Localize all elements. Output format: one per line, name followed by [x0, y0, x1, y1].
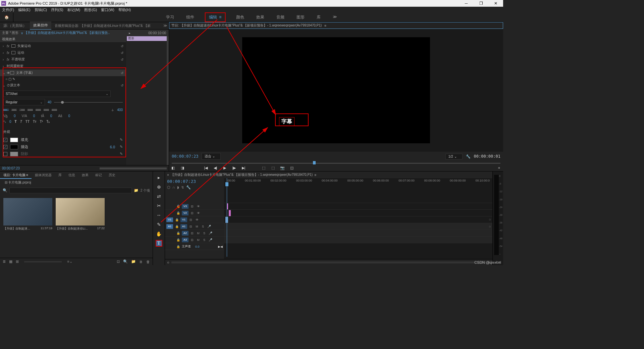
play-icon[interactable]: ▶ [222, 165, 227, 170]
hand-tool[interactable]: ✋ [156, 231, 162, 237]
ec-zoom-scrollbar[interactable] [100, 167, 167, 169]
small-caps[interactable]: Tт [33, 120, 37, 123]
comparison-icon[interactable]: ◫ [289, 165, 294, 170]
stroke-width[interactable]: 6.0 [110, 145, 115, 149]
tab-media-browser[interactable]: 媒体浏览器 [32, 171, 55, 179]
new-item-icon[interactable]: 🗎 [139, 260, 143, 264]
program-timecode[interactable]: 00:00:07:23 [172, 154, 198, 159]
type-tool[interactable]: T [156, 240, 162, 247]
playhead[interactable] [227, 178, 227, 257]
tab-info[interactable]: 信息 [65, 171, 78, 179]
add-button-icon[interactable]: + [496, 165, 502, 170]
step-fwd-icon[interactable]: |▶ [231, 165, 237, 170]
delete-icon[interactable]: 🗑 [146, 260, 150, 264]
wk-more[interactable]: ≫ [331, 12, 338, 22]
timeline-tracks[interactable]: ○ ○ [224, 190, 492, 259]
shadow-checkbox[interactable] [3, 152, 7, 156]
tab-project[interactable]: 项目: 卡片电脑 ≡ [0, 171, 32, 179]
fill-checkbox[interactable]: ✓ [3, 138, 7, 142]
font-weight-dropdown[interactable]: Regular⌄ [3, 99, 45, 105]
lift-icon[interactable]: ⬚ [261, 165, 266, 170]
ec-row-remap[interactable]: ›时间重映射 [0, 63, 126, 69]
ec-row-opacity[interactable]: ›fx不透明度↺ [0, 56, 126, 63]
align-left[interactable] [3, 107, 9, 112]
tab-audio-mixer[interactable]: 音频剪辑混合器: 【升级】自制超迷你Linux卡片电脑"Plus"& 【新 [51, 22, 154, 30]
track-a3-header[interactable]: 🔒A3⊟MS🎤 [165, 237, 224, 243]
leading[interactable]: 0 [50, 114, 52, 118]
thumb-size-slider[interactable] [24, 261, 62, 262]
panel-close[interactable]: ≫ [163, 23, 167, 28]
clip[interactable] [229, 210, 231, 216]
maximize-button[interactable]: ❐ [474, 0, 488, 7]
menu-edit[interactable]: 编辑(E) [18, 7, 31, 12]
ripple-tool[interactable]: ⇄ [156, 193, 162, 200]
subtitle-text[interactable]: 字幕 [279, 117, 294, 126]
find-icon[interactable]: 🔍 [123, 259, 128, 264]
track-v2-header[interactable]: 🔒V2⊟👁 [165, 210, 224, 216]
icon-view-icon[interactable]: ▦ [9, 259, 12, 264]
align-justify-all[interactable] [52, 107, 57, 112]
linked-sel-icon[interactable]: ∩ [172, 185, 175, 190]
tracking2[interactable]: 0 [33, 114, 35, 118]
extract-icon[interactable]: ⬚ [270, 165, 276, 170]
wk-color[interactable]: 颜色 [235, 12, 246, 22]
tracking[interactable]: 0 [14, 114, 16, 118]
project-item[interactable]: 【升级】自制超迷你Li...17:22 [56, 198, 105, 231]
marker-icon[interactable]: ◗ [177, 185, 179, 190]
wk-editing[interactable]: 编辑 ≡ [205, 12, 226, 22]
automate-icon[interactable]: ⊡ [117, 259, 120, 264]
track-v1-header[interactable]: V1🔒V1⊟👁 [165, 216, 224, 223]
font-size[interactable]: 40 [48, 100, 51, 104]
shadow-eyedropper-icon[interactable]: ✎ [120, 152, 123, 156]
project-search[interactable] [9, 188, 132, 193]
shadow-color[interactable] [10, 152, 18, 156]
ec-row-text[interactable]: ⌄👁 文本 (字幕)↺ [0, 69, 126, 76]
zoom-fit-dropdown[interactable]: 适合 ⌄ [202, 153, 221, 160]
settings-icon[interactable]: 🔧 [466, 154, 471, 159]
tab-effects[interactable]: 效果 [78, 171, 92, 179]
fill-color[interactable] [10, 138, 18, 142]
stroke-checkbox[interactable]: ✓ [3, 145, 7, 149]
font-family-dropdown[interactable]: STXihei⌄ [3, 91, 111, 97]
faux-italic[interactable]: T [20, 120, 22, 123]
ec-row-source-text[interactable]: ⌄⏱ 源文本↺ [0, 82, 126, 89]
ec-row-transform[interactable]: ›fx运动↺ [0, 49, 126, 56]
new-bin-icon[interactable]: 📁 [131, 259, 136, 264]
program-monitor[interactable]: 字幕 [169, 29, 503, 152]
menu-graphics[interactable]: 图形(G) [84, 7, 97, 12]
project-item[interactable]: 【升级】自制超迷...11:37:19 [3, 198, 52, 231]
align-justify-last-right[interactable] [44, 107, 49, 112]
export-frame-icon[interactable]: 📷 [280, 165, 285, 170]
program-scrubber[interactable] [172, 161, 500, 164]
leading2[interactable]: 0 [68, 114, 70, 118]
freeform-view-icon[interactable]: ⊞ [16, 259, 19, 264]
menu-marker[interactable]: 标记(M) [67, 7, 80, 12]
align-right[interactable] [19, 107, 25, 112]
slip-tool[interactable]: ↔ [156, 212, 162, 218]
align-justify-last-left[interactable] [28, 107, 33, 112]
list-view-icon[interactable]: ≣ [3, 259, 6, 264]
ec-scrollbar[interactable] [167, 36, 169, 165]
wk-graphics[interactable]: 图形 [295, 12, 306, 22]
snap-icon[interactable]: ⬡ [167, 185, 170, 190]
all-caps[interactable]: TT [25, 120, 30, 123]
stroke-color[interactable] [10, 145, 18, 149]
tab-effect-controls[interactable]: 效果控件 [30, 21, 51, 30]
track-master-header[interactable]: 🔒主声道 0.0▶◀ [165, 243, 224, 250]
go-to-in-icon[interactable]: |◀ [203, 165, 209, 170]
home-button[interactable]: 🏠 [0, 13, 13, 22]
track-select-tool[interactable]: ⊕ [156, 184, 162, 190]
wk-libraries[interactable]: 库 [315, 12, 322, 22]
mark-out-icon[interactable]: ◨ [180, 165, 185, 170]
superscript[interactable]: T¹ [40, 120, 43, 123]
font-size-slider[interactable] [54, 102, 123, 103]
razor-tool[interactable]: ✂ [156, 202, 162, 209]
menu-sequence[interactable]: 序列(S) [51, 7, 63, 12]
menu-file[interactable]: 文件(F) [2, 7, 14, 12]
timeline-ruler[interactable]: :00:0000:01:00:0000:02:00:00 00:03:00:00… [224, 178, 492, 190]
fill-eyedropper-icon[interactable]: ✎ [120, 138, 123, 142]
wk-effects[interactable]: 效果 [255, 12, 266, 22]
sort-icon[interactable]: ≡⌄ [67, 259, 72, 264]
align-center[interactable] [11, 107, 17, 112]
tab-history[interactable]: 历史 [105, 171, 119, 179]
